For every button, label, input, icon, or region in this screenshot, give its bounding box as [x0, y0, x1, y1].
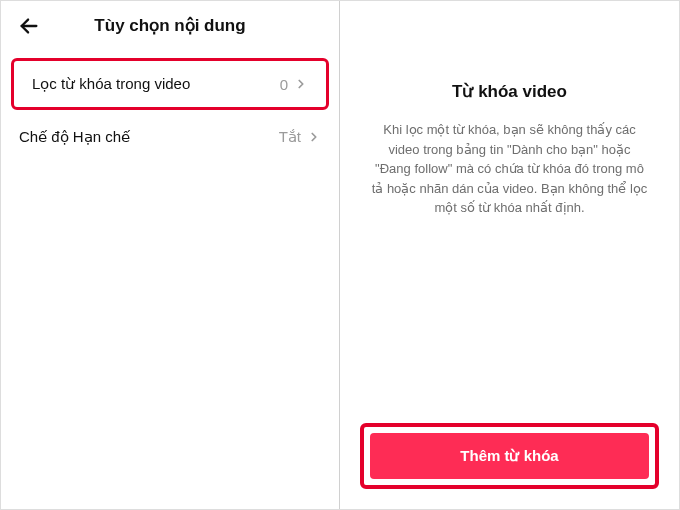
- row-value: Tắt: [279, 128, 301, 146]
- row-restricted-mode[interactable]: Chế độ Hạn chế Tắt: [1, 114, 339, 160]
- chevron-right-icon: [307, 130, 321, 144]
- keyword-panel: Từ khóa video Khi lọc một từ khóa, bạn s…: [340, 1, 679, 509]
- settings-panel: Tùy chọn nội dung Lọc từ khóa trong vide…: [1, 1, 340, 509]
- row-label: Chế độ Hạn chế: [19, 128, 279, 146]
- highlight-keyword-filter: Lọc từ khóa trong video 0: [11, 58, 329, 110]
- header: Tùy chọn nội dung: [1, 1, 339, 50]
- settings-list: Lọc từ khóa trong video 0 Chế độ Hạn chế…: [1, 50, 339, 168]
- page-title: Tùy chọn nội dung: [17, 15, 323, 36]
- row-label: Lọc từ khóa trong video: [32, 75, 280, 93]
- keyword-title: Từ khóa video: [452, 81, 567, 102]
- highlight-add-keyword: Thêm từ khóa: [360, 423, 659, 489]
- row-value: 0: [280, 76, 288, 93]
- back-arrow-icon: [18, 15, 40, 37]
- row-keyword-filter[interactable]: Lọc từ khóa trong video 0: [14, 61, 326, 107]
- keyword-description: Khi lọc một từ khóa, bạn sẽ không thấy c…: [370, 120, 649, 218]
- chevron-right-icon: [294, 77, 308, 91]
- add-keyword-button[interactable]: Thêm từ khóa: [370, 433, 649, 479]
- back-button[interactable]: [17, 14, 41, 38]
